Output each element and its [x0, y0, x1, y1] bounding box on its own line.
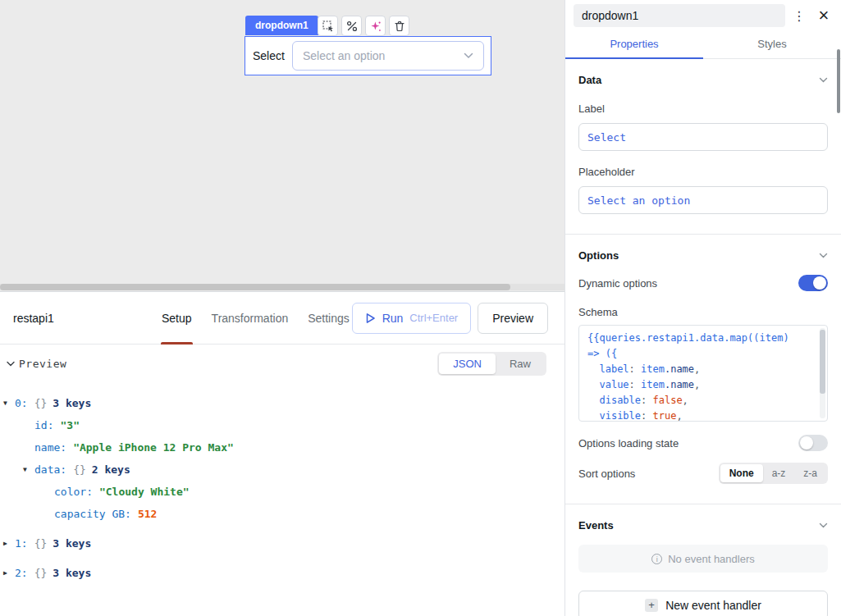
- sort-none-button[interactable]: None: [720, 464, 763, 482]
- tree-brace: {}: [34, 537, 48, 550]
- run-button[interactable]: Run Ctrl+Enter: [352, 303, 472, 334]
- chevron-down-icon: [464, 52, 473, 59]
- delete-widget-button[interactable]: [389, 16, 409, 36]
- binding-button[interactable]: [341, 16, 362, 36]
- select-parent-icon: [322, 21, 334, 32]
- placeholder-caption: Placeholder: [578, 166, 828, 178]
- tree-expander-icon[interactable]: ▶: [3, 540, 15, 547]
- schema-code-editor[interactable]: {{queries.restapi1.data.map((item)=> ({ …: [578, 325, 828, 422]
- format-json-tab[interactable]: JSON: [439, 354, 496, 374]
- divider: [565, 234, 841, 235]
- preview-collapse-icon[interactable]: [7, 361, 15, 367]
- close-icon[interactable]: ×: [813, 5, 834, 26]
- sort-options-row: Sort options None a-z z-a: [578, 463, 828, 484]
- json-tree: ▼0:{}3 keysid:"3"name:"Apple iPhone 12 P…: [0, 382, 564, 584]
- tree-expander-icon[interactable]: ▼: [23, 466, 34, 473]
- preview-button[interactable]: Preview: [478, 303, 548, 334]
- section-title-options: Options: [578, 249, 619, 262]
- plus-icon: +: [645, 599, 658, 612]
- no-event-handlers: i No event handlers: [578, 545, 828, 573]
- section-title-events: Events: [578, 519, 614, 532]
- schema-code-line: value: item.name,: [587, 377, 816, 393]
- widget-name-tag[interactable]: dropdown1: [245, 16, 318, 35]
- schema-code-line: label: item.name,: [587, 362, 816, 377]
- tree-key: capacity GB:: [54, 508, 131, 520]
- canvas-horizontal-scrollbar[interactable]: [0, 284, 564, 290]
- info-icon: i: [651, 554, 662, 564]
- json-tree-row: capacity GB:512: [3, 503, 564, 525]
- inspector-panel: dropdown1 ⋮ × Properties Styles Data Lab…: [564, 0, 841, 616]
- dropdown-widget-box[interactable]: Select Select an option: [245, 36, 491, 75]
- query-tabs: Setup Transformation Settings: [161, 292, 350, 344]
- tree-key: 0:: [15, 397, 28, 409]
- canvas[interactable]: dropdown1 Select Select an option: [0, 0, 564, 291]
- json-tree-row: name:"Apple iPhone 12 Pro Max": [3, 436, 564, 459]
- json-tree-row: id:"3": [3, 414, 564, 436]
- run-shortcut: Ctrl+Enter: [409, 312, 458, 324]
- label-caption: Label: [578, 103, 828, 115]
- collapse-data-icon[interactable]: [819, 77, 828, 83]
- tree-value: "3": [60, 419, 79, 431]
- options-loading-toggle[interactable]: [798, 435, 828, 451]
- tree-key: id:: [34, 419, 53, 431]
- collapse-events-icon[interactable]: [819, 522, 828, 528]
- dynamic-options-toggle[interactable]: [798, 275, 828, 291]
- tree-value: "Cloudy White": [99, 486, 190, 498]
- schema-code-lines: {{queries.restapi1.data.map((item)=> ({ …: [587, 331, 816, 422]
- json-tree-row: color:"Cloudy White": [3, 481, 564, 503]
- sort-options-segmented: None a-z z-a: [719, 463, 828, 484]
- schema-code-line: => ({: [587, 346, 816, 362]
- widget-name-input[interactable]: dropdown1: [574, 4, 785, 27]
- options-loading-row: Options loading state: [578, 435, 828, 451]
- json-tree-row: ▶1:{}3 keys: [3, 532, 564, 554]
- tree-expander-icon[interactable]: ▶: [3, 569, 15, 577]
- sort-az-button[interactable]: a-z: [763, 464, 795, 482]
- response-bar: Preview JSON Raw: [0, 345, 564, 382]
- run-label: Run: [382, 312, 404, 325]
- json-tree-row: ▼0:{}3 keys: [3, 392, 564, 414]
- tab-styles[interactable]: Styles: [703, 30, 841, 58]
- dropdown-widget[interactable]: dropdown1 Select Select an option: [245, 16, 492, 76]
- json-tree-row: ▶2:{}3 keys: [3, 562, 564, 584]
- tree-key: name:: [34, 441, 66, 454]
- response-title-group: Preview: [7, 358, 66, 370]
- new-event-handler-button[interactable]: + New event handler: [578, 591, 828, 616]
- select-parent-button[interactable]: [318, 16, 338, 36]
- panel-scrollbar[interactable]: [837, 49, 840, 113]
- tab-setup[interactable]: Setup: [161, 292, 193, 344]
- dynamic-options-row: Dynamic options: [578, 275, 828, 291]
- more-options-icon[interactable]: ⋮: [790, 8, 808, 24]
- code-scrollbar[interactable]: [820, 328, 825, 418]
- tree-brace: {}: [73, 463, 86, 476]
- play-icon: [365, 313, 376, 324]
- section-title-data: Data: [578, 74, 601, 86]
- tree-value: 512: [138, 508, 157, 520]
- options-section-header: Options: [578, 249, 828, 262]
- code-scrollbar-thumb[interactable]: [820, 330, 825, 394]
- tab-settings[interactable]: Settings: [307, 292, 350, 344]
- toggle-knob: [800, 436, 813, 449]
- query-name[interactable]: restapi1: [13, 312, 161, 325]
- tree-expander-icon[interactable]: ▼: [3, 399, 15, 407]
- tree-value: "Apple iPhone 12 Pro Max": [73, 441, 234, 454]
- tree-key-count: 3 keys: [53, 397, 91, 409]
- ai-copilot-button[interactable]: [365, 16, 386, 36]
- tab-transformation[interactable]: Transformation: [211, 292, 290, 344]
- inspector-tabs: Properties Styles: [565, 30, 841, 59]
- format-toggle: JSON Raw: [437, 352, 546, 376]
- format-raw-tab[interactable]: Raw: [496, 354, 545, 374]
- placeholder-input[interactable]: Select an option: [578, 186, 828, 214]
- label-input[interactable]: Select: [578, 123, 828, 151]
- data-section-header: Data: [578, 74, 828, 86]
- tab-properties[interactable]: Properties: [565, 30, 703, 58]
- scrollbar-thumb[interactable]: [0, 284, 510, 290]
- inspector-body: Data Label Select Placeholder Select an …: [565, 74, 841, 616]
- sort-za-button[interactable]: z-a: [794, 464, 826, 482]
- tree-key: data:: [34, 463, 66, 476]
- sparkle-icon: [370, 21, 382, 32]
- collapse-options-icon[interactable]: [819, 253, 828, 258]
- tree-brace: {}: [34, 567, 48, 579]
- dropdown-select[interactable]: Select an option: [292, 41, 484, 71]
- dynamic-options-label: Dynamic options: [578, 277, 657, 290]
- json-tree-row: ▼data:{}2 keys: [3, 459, 564, 481]
